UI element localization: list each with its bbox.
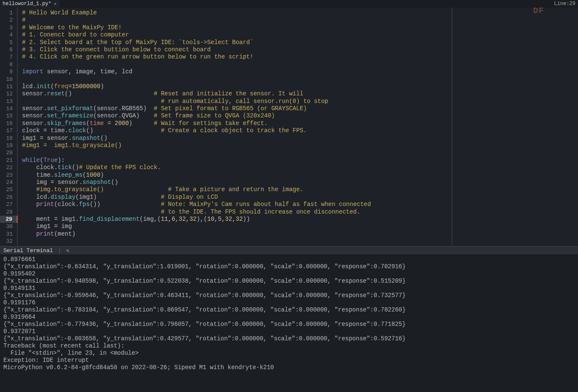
line-number: 32 <box>0 238 17 245</box>
code-line[interactable]: img1 = img <box>22 223 452 230</box>
code-line[interactable] <box>22 76 452 83</box>
line-number: 6 <box>0 46 17 53</box>
code-line[interactable]: clock = time.clock() # Create a clock ob… <box>22 127 452 134</box>
line-number: 21▾ <box>0 157 17 164</box>
code-line[interactable]: # <box>22 17 452 24</box>
terminal-line: {"x_translation":-0.783104, "y_translati… <box>3 306 575 314</box>
code-line[interactable]: #img.to_grayscale() # Take a picture and… <box>22 186 452 193</box>
code-line[interactable]: sensor.set_pixformat(sensor.RGB565) # Se… <box>22 105 452 112</box>
line-number: 19 <box>0 142 17 149</box>
line-number: 16 <box>0 120 17 127</box>
file-tab-title: helloworld_1.py* <box>3 1 51 7</box>
serial-terminal-title: Serial Terminal <box>3 247 53 254</box>
code-line[interactable]: # to the IDE. The FPS should increase on… <box>22 209 452 216</box>
line-number: 31 <box>0 231 17 238</box>
code-line[interactable] <box>22 238 452 245</box>
line-number: 10 <box>0 76 17 83</box>
terminal-action-icon[interactable]: ⇱ <box>67 247 69 254</box>
terminal-line: 0.9149131 <box>3 285 575 292</box>
line-number: 26 <box>0 194 17 201</box>
line-number: 24 <box>0 179 17 186</box>
separator-icon: │ <box>58 247 61 254</box>
line-number: 11 <box>0 83 17 90</box>
line-number: 12▾ <box>0 90 17 97</box>
right-panel-spacer <box>452 8 578 245</box>
terminal-line: {"x_translation":-0.779436, "y_translati… <box>3 321 575 328</box>
code-line[interactable]: ment = img1.find_displacement(img,(11,6,… <box>22 216 452 223</box>
line-number: 1 <box>0 9 17 17</box>
terminal-line: Traceback (most recent call last): <box>3 342 575 350</box>
line-number-value: 29 <box>570 1 575 7</box>
code-line[interactable]: # Welcome to the MaixPy IDE! <box>22 24 452 31</box>
line-number: 18 <box>0 135 17 142</box>
code-line[interactable]: time.sleep_ms(1000) <box>22 172 452 179</box>
code-line[interactable]: print(clock.fps()) # Note: MaixPy's Cam … <box>22 201 452 208</box>
line-number: 13 <box>0 98 17 105</box>
line-number: 4 <box>0 31 17 39</box>
terminal-line: {"x_translation":-0.634314, "y_translati… <box>3 263 575 270</box>
line-number: 30 <box>0 223 17 230</box>
code-line[interactable]: lcd.display(img1) # Display on LCD <box>22 194 452 201</box>
code-line[interactable] <box>22 149 452 156</box>
line-number: 2 <box>0 17 17 24</box>
code-line[interactable] <box>22 61 452 68</box>
line-number: 3 <box>0 24 17 31</box>
line-number-gutter: 123456789101112▾131415161718192021▾22232… <box>0 8 18 245</box>
tab-bar: helloworld_1.py* ✕ Line: 29 <box>0 0 578 8</box>
line-number: 25▾ <box>0 186 17 193</box>
line-label: Line: <box>554 1 570 7</box>
terminal-line: 0.9191176 <box>3 299 575 306</box>
code-line[interactable]: # 3. Click the connect buttion below to … <box>22 46 452 53</box>
serial-terminal-header: Serial Terminal │ ⇱ <box>0 246 578 255</box>
terminal-line: {"x_translation":-0.959646, "y_translati… <box>3 292 575 299</box>
code-line[interactable]: # 4. Click on the green run arrow button… <box>22 53 452 61</box>
cursor-line-status: Line: 29 <box>554 0 575 8</box>
code-line[interactable]: import sensor, image, time, lcd <box>22 68 452 75</box>
code-line[interactable]: # Hello World Example <box>22 9 452 17</box>
code-line[interactable]: # run automatically, call sensor.run(0) … <box>22 98 452 105</box>
terminal-line: {"x_translation":-0.803658, "y_translati… <box>3 335 575 342</box>
line-number: 23 <box>0 172 17 179</box>
terminal-line: Exception: IDE interrupt <box>3 357 575 364</box>
code-line[interactable]: clock.tick()# Update the FPS clock. <box>22 164 452 171</box>
line-number: 29 <box>0 216 18 223</box>
terminal-line: File "<stdin>", line 23, in <module> <box>3 350 575 357</box>
line-number: 22 <box>0 164 17 171</box>
code-line[interactable]: sensor.skip_frames(time = 2000) # Wait f… <box>22 120 452 127</box>
code-line[interactable]: lcd.init(freq=15000000) <box>22 83 452 90</box>
code-line[interactable]: img = sensor.snapshot() <box>22 179 452 186</box>
serial-terminal-output[interactable]: 0.8976661{"x_translation":-0.634314, "y_… <box>0 255 578 392</box>
line-number: 20 <box>0 149 17 156</box>
ide-window: helloworld_1.py* ✕ Line: 29 DF 123456789… <box>0 0 578 392</box>
line-number: 17 <box>0 127 17 134</box>
terminal-line: 0.9195402 <box>3 270 575 278</box>
line-number: 5 <box>0 39 17 46</box>
terminal-line: 0.9372071 <box>3 328 575 335</box>
code-line[interactable]: sensor.set_framesize(sensor.QVGA) # Set … <box>22 112 452 120</box>
code-line[interactable]: sensor.reset() # Reset and initialize th… <box>22 90 452 97</box>
code-line[interactable]: while(True): <box>22 157 452 164</box>
code-line[interactable]: # 1. Conenct board to computer <box>22 31 452 39</box>
code-area[interactable]: # Hello World Example## Welcome to the M… <box>18 8 452 245</box>
file-tab[interactable]: helloworld_1.py* ✕ <box>0 0 61 8</box>
line-number: 8 <box>0 61 17 68</box>
code-line[interactable]: print(ment) <box>22 231 452 238</box>
code-line[interactable]: img1 = sensor.snapshot() <box>22 135 452 142</box>
terminal-line: {"x_translation":-0.940598, "y_translati… <box>3 278 575 285</box>
line-number: 28 <box>0 209 17 216</box>
code-line[interactable]: #img1 = img1.to_grayscale() <box>22 142 452 149</box>
line-number: 14 <box>0 105 17 112</box>
terminal-line: 0.9319664 <box>3 314 575 321</box>
terminal-line: MicroPython v0.6.2-84-g8fcd84a58 on 2022… <box>3 364 575 371</box>
code-editor[interactable]: 123456789101112▾131415161718192021▾22232… <box>0 8 578 246</box>
line-number: 27▾ <box>0 201 17 208</box>
terminal-line: 0.8976661 <box>3 256 575 263</box>
line-number: 9 <box>0 68 17 75</box>
line-number: 15 <box>0 112 17 120</box>
code-line[interactable]: # 2. Select board at the top of MaixPy I… <box>22 39 452 46</box>
line-number: 7 <box>0 53 17 61</box>
close-icon[interactable]: ✕ <box>54 1 56 6</box>
